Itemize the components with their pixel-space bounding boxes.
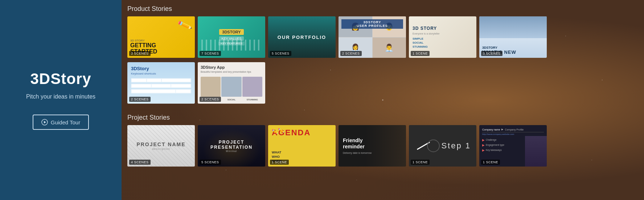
app-images: [201, 77, 262, 97]
kb-key: [152, 84, 171, 87]
app-img-2: [221, 77, 241, 97]
cp-takeaways: Key takeaways: [486, 149, 502, 152]
up-cell-4: 👨‍💼: [373, 37, 406, 58]
ct-label-simple: Simple: [413, 37, 473, 40]
kb-key: [176, 90, 190, 93]
svg-marker-1: [44, 121, 46, 124]
card-company-profile[interactable]: Company name ▶ Company Profile http://ww…: [479, 125, 547, 167]
pp-sub: Minimal: [226, 150, 237, 152]
kb-title: 3DStory: [131, 66, 191, 71]
cp-bullet-2: ▶: [482, 144, 484, 147]
app-subtitle: Pitch your ideas in minutes: [26, 93, 95, 100]
ct-label-social: Social: [413, 41, 473, 44]
card-agenda[interactable]: ✏️✏️ AGENDA WHAT WHO WHEN 1 SCENE: [268, 125, 336, 167]
app-title: 3DStory App: [201, 65, 262, 69]
app-label-stunning: Stunning: [242, 99, 262, 101]
kb-row-2: [131, 84, 191, 88]
cp-challenge: Challenge: [486, 139, 496, 141]
up-overlay: 3DSTORYUSER PROFILES: [341, 19, 403, 29]
card-project-name[interactable]: PROJECT NAME description 4 SCENES: [127, 125, 195, 167]
card-agenda-scenes: 1 SCENE: [270, 160, 289, 165]
ct-labels: Simple Social Stunning: [413, 37, 473, 48]
card-kv-title: 3DSTORY: [219, 29, 243, 35]
kv-shapes: [201, 40, 262, 51]
app-desc: Beautiful templates and key presentation…: [201, 70, 262, 74]
card-whats-new[interactable]: 3DSTORY WHAT'S NEW 5 SCENES: [479, 16, 547, 58]
product-stories-title: Product Stories: [127, 5, 638, 13]
kb-sub: Keyboard shortcuts: [131, 72, 191, 75]
ct-title: 3D STORY: [413, 26, 473, 31]
kb-rows: [131, 78, 191, 93]
app-img-3: [242, 77, 262, 97]
card-pp-scenes: 5 SCENES: [200, 160, 221, 165]
card-cp-scenes: 1 SCENE: [481, 160, 500, 165]
pn-title: PROJECT NAME: [136, 141, 185, 147]
card-text-scenes: 1 SCENE: [411, 51, 430, 56]
card-friendly-reminder[interactable]: Friendlyreminder Delivery date is tomorr…: [339, 125, 406, 167]
fr-sub: Delivery date is tomorrow: [343, 152, 372, 154]
card-portfolio[interactable]: OUR PORTFOLIO 5 SCENES: [268, 16, 336, 58]
cp-arrow: ▶: [501, 128, 503, 131]
project-stories-title: Project Stories: [127, 114, 638, 121]
main-content: Product Stories ✏️ 3D Story GettingStart…: [122, 0, 644, 200]
card-wn-scenes: 5 SCENES: [481, 51, 503, 56]
cp-engagement: Engagement type: [486, 144, 504, 147]
pn-sub: description: [152, 147, 170, 151]
kb-key: [171, 84, 190, 87]
sidebar: 3DStory Pitch your ideas in minutes Guid…: [0, 0, 122, 200]
play-icon: [41, 119, 48, 125]
ct-label-stunning: Stunning: [413, 45, 473, 48]
card-app-scenes: 2 SCENES: [200, 97, 221, 102]
kb-row-1: [131, 78, 191, 83]
card-getting-started[interactable]: ✏️ 3D Story GettingStarted 3 SCENES: [127, 16, 195, 58]
kb-key: [132, 84, 151, 87]
card-step1[interactable]: Step 1 1 SCENE: [409, 125, 476, 167]
product-cards-row-1: ✏️ 3D Story GettingStarted 3 SCENES 3DST…: [127, 16, 638, 58]
cp-profile-label: Company Profile: [505, 128, 524, 131]
product-cards-row-2: 3DStory Keyboard shortcuts 2 SCE: [127, 62, 638, 104]
card-gs-subtitle: 3D Story: [130, 39, 192, 42]
app-title: 3DStory: [30, 70, 91, 88]
card-step1-scenes: 1 SCENE: [411, 160, 430, 165]
app-img-1: [201, 77, 221, 97]
pencils-icon: ✏️: [177, 17, 193, 33]
card-keyboard[interactable]: 3DStory Keyboard shortcuts 2 SCE: [127, 62, 195, 104]
cp-url: http://www.company.website.com: [482, 133, 544, 135]
ag-item-who: WHO: [272, 155, 332, 159]
cp-image: [525, 136, 547, 167]
cp-header: Company name ▶ Company Profile: [482, 128, 544, 132]
ct-sub: Everyone is a storyteller: [413, 32, 473, 36]
card-pn-scenes: 4 SCENES: [129, 160, 151, 165]
kb-key: [147, 79, 161, 82]
cp-company-name: Company name: [482, 128, 500, 131]
kb-row-3: [131, 89, 191, 93]
section-spacer: [127, 108, 638, 114]
step1-circle: [427, 140, 440, 152]
guided-tour-button[interactable]: Guided Tour: [33, 115, 89, 130]
kb-key: [162, 79, 190, 82]
card-up-scenes: 2 SCENES: [340, 51, 362, 56]
cp-bullet-3: ▶: [482, 149, 484, 152]
card-portfolio-scenes: 5 SCENES: [270, 51, 291, 56]
cp-bullet-1: ▶: [482, 139, 484, 142]
app-label-social: Social: [221, 99, 241, 101]
kb-key: [132, 90, 175, 93]
card-kv-scenes: 7 SCENES: [200, 51, 221, 56]
card-project-presentation[interactable]: PROJECT PRESENTATION Minimal 5 SCENES: [198, 125, 265, 167]
card-3dstory-text[interactable]: 3D STORY Everyone is a storyteller Simpl…: [409, 16, 476, 58]
card-kb-scenes: 2 SCENES: [129, 97, 151, 102]
project-cards-row: PROJECT NAME description 4 SCENES PROJEC…: [127, 125, 638, 167]
fr-title: Friendlyreminder: [343, 137, 365, 150]
guided-tour-label: Guided Tour: [51, 119, 80, 125]
pp-title: PROJECT PRESENTATION: [198, 140, 265, 150]
wn-title: 3DSTORY: [482, 46, 544, 49]
card-gs-scenes: 3 SCENES: [129, 51, 151, 56]
kb-key: [132, 79, 146, 82]
card-3dstory-app[interactable]: 3DStory App Beautiful templates and key …: [198, 62, 265, 104]
step1-text: Step 1: [441, 141, 471, 151]
ag-item-what: WHAT: [272, 151, 332, 154]
card-key-values[interactable]: 3DSTORY KEY VALUES KEY FEATURES 7 SCENES: [198, 16, 265, 58]
card-portfolio-title: OUR PORTFOLIO: [278, 35, 326, 40]
card-user-profiles[interactable]: 👩 👨 👩‍💼 👨‍💼 3DSTORYUSER PROFILES 2 SCENE…: [339, 16, 406, 58]
